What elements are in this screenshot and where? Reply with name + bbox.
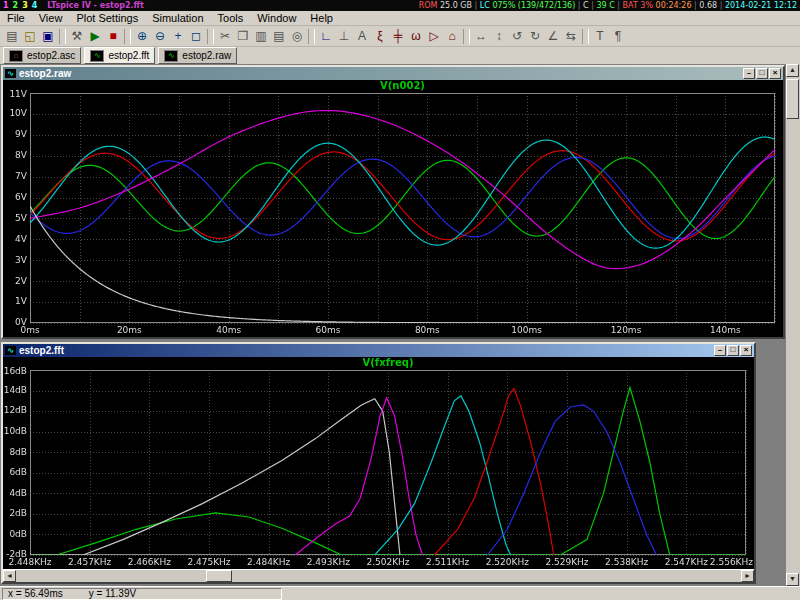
scrollbar-thumb[interactable]	[206, 570, 232, 582]
menu-help[interactable]: Help	[303, 11, 340, 25]
print-button[interactable]: ▤	[270, 28, 288, 45]
scrollbar-thumb[interactable]	[786, 79, 799, 119]
status-bar: x = 56.49ms y = 11.39V	[0, 586, 800, 600]
window-titlebar-fft[interactable]: ∿ estop2.fft – □ ×	[3, 344, 754, 357]
text-tool-button[interactable]: T	[591, 28, 609, 45]
toolbar-separator	[124, 29, 131, 44]
maximize-button[interactable]: □	[727, 345, 739, 356]
rotate-button[interactable]: ∠	[544, 28, 562, 45]
window-title: estop2.raw	[19, 68, 742, 79]
mirror-button[interactable]: ⇆	[562, 28, 580, 45]
paste-button[interactable]: ▥	[252, 28, 270, 45]
toolbar-separator	[463, 29, 470, 44]
vertical-scrollbar[interactable]: ▲ ▼	[786, 64, 800, 586]
zoom-pan-button[interactable]: +	[169, 28, 187, 45]
net-label-button[interactable]: A	[353, 28, 371, 45]
zoom-full-extents-button[interactable]: ◻	[187, 28, 205, 45]
scrollbar-track[interactable]	[786, 77, 799, 573]
workspace-switcher[interactable]: 1234	[3, 0, 41, 11]
tab-estop2-fft[interactable]: ∿ estop2.fft	[84, 47, 155, 64]
workspace-2[interactable]: 2	[13, 1, 19, 10]
menu-simulation[interactable]: Simulation	[145, 11, 210, 25]
status-segment: (139/472/136)	[518, 1, 578, 10]
raw-plot-pane	[3, 80, 783, 337]
workspace-4[interactable]: 4	[32, 1, 38, 10]
menu-window[interactable]: Window	[250, 11, 303, 25]
status-segment: ROM	[419, 1, 440, 10]
toolbar-separator	[207, 29, 214, 44]
application-window: 1234 LTspice IV - estop2.fft ROM 25.0 GB…	[0, 0, 800, 600]
status-segment: LC	[480, 1, 493, 10]
menu-file[interactable]: File	[0, 11, 32, 25]
close-button[interactable]: ×	[740, 345, 752, 356]
move-button[interactable]: ↔	[472, 28, 490, 45]
toolbar: ▤◱▣⚒▶■⊕⊖+◻✂❐▥▤◎∟⊥Aξ╪ω▷⌂↔↕↺↻∠⇆T¶	[0, 26, 800, 47]
control-panel-button[interactable]: ⚒	[68, 28, 86, 45]
minimize-button[interactable]: –	[714, 345, 726, 356]
diode-button[interactable]: ▷	[425, 28, 443, 45]
new-schematic-button[interactable]: ▤	[3, 28, 21, 45]
wire-button[interactable]: ∟	[317, 28, 335, 45]
status-segment: 00:24:26	[656, 1, 694, 10]
scroll-right-button[interactable]: ►	[741, 570, 754, 582]
menu-view[interactable]: View	[32, 11, 70, 25]
cut-button[interactable]: ✂	[216, 28, 234, 45]
menu-plot-settings[interactable]: Plot Settings	[69, 11, 145, 25]
status-segment: 0.68	[699, 1, 719, 10]
workspace-1[interactable]: 1	[3, 1, 9, 10]
waveform-icon: ∿	[5, 69, 16, 78]
status-segment: 25.0 GB	[440, 1, 475, 10]
halt-button[interactable]: ■	[104, 28, 122, 45]
raw-plot-canvas[interactable]	[3, 80, 783, 337]
copy-button[interactable]: ❐	[234, 28, 252, 45]
tab-estop2-raw[interactable]: ∿ estop2.raw	[158, 47, 237, 64]
tab-estop2-asc[interactable]: ⌂ estop2.asc	[3, 47, 81, 64]
toolbar-separator	[582, 29, 589, 44]
wm-status-bar: 1234 LTspice IV - estop2.fft ROM 25.0 GB…	[0, 0, 800, 11]
fft-plot-canvas[interactable]	[3, 357, 754, 569]
schematic-icon: ⌂	[9, 50, 23, 62]
resistor-button[interactable]: ξ	[371, 28, 389, 45]
zoom-back-button[interactable]: ⊖	[151, 28, 169, 45]
scroll-down-button[interactable]: ▼	[786, 573, 799, 586]
capacitor-button[interactable]: ╪	[389, 28, 407, 45]
zoom-area-button[interactable]: ⊕	[133, 28, 151, 45]
status-segment: 075%	[492, 1, 517, 10]
waveform-icon: ∿	[164, 50, 178, 62]
window-estop2-fft: ∿ estop2.fft – □ × ◄ ►	[1, 342, 756, 584]
scroll-left-button[interactable]: ◄	[3, 570, 16, 582]
fft-plot-pane	[3, 357, 754, 569]
scroll-up-button[interactable]: ▲	[786, 64, 799, 77]
status-segment: 2014-02-21 12:12	[725, 1, 797, 10]
open-file-button[interactable]: ◱	[21, 28, 39, 45]
tab-label: estop2.fft	[108, 50, 149, 61]
find-button[interactable]: ◎	[288, 28, 306, 45]
status-segment: BAT 3%	[623, 1, 656, 10]
inductor-button[interactable]: ω	[407, 28, 425, 45]
mdi-area: ∿ estop2.raw – □ × ∿ estop2.fft – □ ×	[0, 64, 800, 586]
cursor-y-readout: y = 11.39V	[89, 588, 136, 599]
workspace-3[interactable]: 3	[22, 1, 28, 10]
close-button[interactable]: ×	[769, 68, 781, 79]
minimize-button[interactable]: –	[743, 68, 755, 79]
horizontal-scrollbar[interactable]: ◄ ►	[3, 569, 754, 582]
menu-tools[interactable]: Tools	[211, 11, 251, 25]
maximize-button[interactable]: □	[756, 68, 768, 79]
undo-button[interactable]: ↺	[508, 28, 526, 45]
save-button[interactable]: ▣	[39, 28, 57, 45]
drag-button[interactable]: ↕	[490, 28, 508, 45]
spice-directive-button[interactable]: ¶	[609, 28, 627, 45]
tab-label: estop2.asc	[27, 50, 75, 61]
waveform-icon: ∿	[5, 346, 16, 355]
run-button[interactable]: ▶	[86, 28, 104, 45]
window-title: estop2.fft	[19, 345, 713, 356]
status-segment: C	[583, 1, 591, 10]
redo-button[interactable]: ↻	[526, 28, 544, 45]
status-segment: 39 C	[596, 1, 617, 10]
ground-button[interactable]: ⊥	[335, 28, 353, 45]
waveform-icon: ∿	[90, 50, 104, 62]
scrollbar-track[interactable]	[16, 570, 741, 582]
document-tab-bar: ⌂ estop2.asc ∿ estop2.fft ∿ estop2.raw	[0, 47, 800, 64]
window-titlebar-raw[interactable]: ∿ estop2.raw – □ ×	[3, 67, 783, 80]
component-button[interactable]: ⌂	[443, 28, 461, 45]
